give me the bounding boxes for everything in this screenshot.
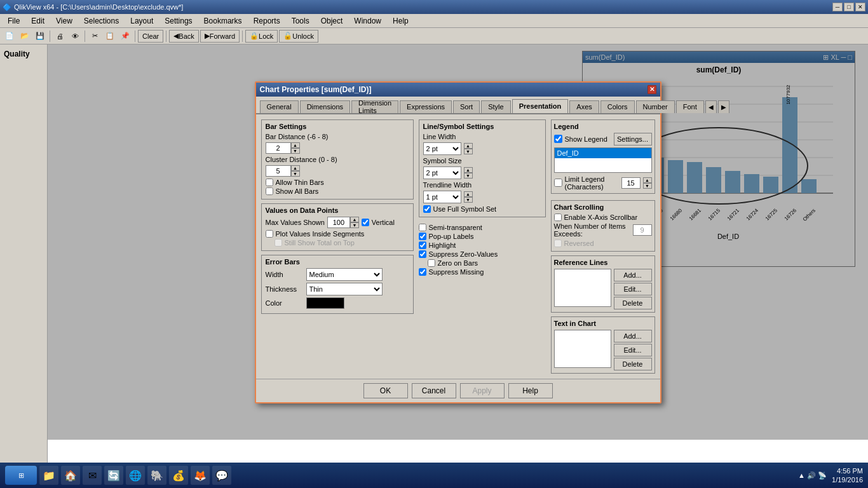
allow-thin-bars-checkbox[interactable] bbox=[266, 179, 273, 186]
zero-on-bars-checkbox[interactable] bbox=[428, 259, 435, 267]
when-number-input[interactable] bbox=[633, 224, 652, 236]
open-button[interactable]: 📂 bbox=[18, 29, 32, 43]
taskbar-icon-app1[interactable]: 💰 bbox=[169, 466, 188, 485]
tab-style[interactable]: Style bbox=[481, 100, 510, 113]
taskbar-icon-chat[interactable]: 💬 bbox=[212, 466, 231, 485]
legend-settings-button[interactable]: Settings... bbox=[614, 133, 652, 146]
width-dropdown[interactable]: Thin Medium Thick bbox=[306, 268, 383, 281]
symbol-size-dropdown[interactable]: 2 pt 1 pt 3 pt bbox=[423, 166, 461, 179]
menu-selections[interactable]: Selections bbox=[79, 15, 124, 27]
max-values-down[interactable]: ▼ bbox=[350, 222, 359, 228]
menu-view[interactable]: View bbox=[51, 15, 78, 27]
menu-tools[interactable]: Tools bbox=[287, 15, 315, 27]
color-swatch[interactable] bbox=[306, 297, 344, 309]
minimize-button[interactable]: ─ bbox=[832, 3, 843, 11]
help-button[interactable]: Help bbox=[508, 383, 553, 398]
show-legend-checkbox[interactable] bbox=[554, 135, 562, 143]
max-values-up[interactable]: ▲ bbox=[350, 217, 359, 222]
trendline-up[interactable]: ▲ bbox=[464, 191, 473, 197]
lock-button[interactable]: 🔒 Lock bbox=[245, 30, 278, 43]
menu-edit[interactable]: Edit bbox=[26, 15, 50, 27]
menu-bookmarks[interactable]: Bookmarks bbox=[199, 15, 247, 27]
still-show-total-checkbox[interactable] bbox=[275, 239, 282, 247]
ref-lines-listbox[interactable] bbox=[554, 269, 611, 307]
taskbar-icon-refresh[interactable]: 🔄 bbox=[104, 466, 123, 485]
line-width-up[interactable]: ▲ bbox=[464, 143, 473, 149]
tab-font[interactable]: Font bbox=[676, 100, 704, 113]
text-in-chart-listbox[interactable] bbox=[554, 330, 611, 368]
show-all-bars-checkbox[interactable] bbox=[266, 187, 273, 195]
tab-sort[interactable]: Sort bbox=[453, 100, 480, 113]
copy-button[interactable]: 📋 bbox=[103, 29, 117, 43]
ref-lines-edit-button[interactable]: Edit... bbox=[614, 283, 652, 295]
popup-labels-checkbox[interactable] bbox=[419, 233, 426, 240]
tab-axes[interactable]: Axes bbox=[569, 100, 599, 113]
bar-distance-up[interactable]: ▲ bbox=[291, 142, 300, 148]
text-in-chart-add-button[interactable]: Add... bbox=[614, 330, 652, 342]
taskbar-icon-chrome[interactable]: 🌐 bbox=[126, 466, 145, 485]
plot-values-inside-checkbox[interactable] bbox=[266, 230, 273, 238]
tab-presentation[interactable]: Presentation bbox=[512, 99, 569, 113]
taskbar-icon-email[interactable]: ✉ bbox=[83, 466, 102, 485]
limit-legend-input[interactable] bbox=[621, 177, 641, 189]
taskbar-icon-firefox[interactable]: 🦊 bbox=[191, 466, 210, 485]
legend-item-def-id[interactable]: Def_ID bbox=[555, 148, 651, 158]
forward-button[interactable]: ▶ Forward bbox=[200, 30, 240, 43]
start-button[interactable]: ⊞ bbox=[5, 466, 37, 485]
apply-button[interactable]: Apply bbox=[460, 383, 505, 398]
taskbar-icon-db[interactable]: 🐘 bbox=[147, 466, 166, 485]
print-button[interactable]: 🖨 bbox=[53, 29, 67, 43]
ok-button[interactable]: OK bbox=[363, 383, 408, 398]
symbol-size-down[interactable]: ▼ bbox=[464, 173, 473, 179]
limit-legend-up[interactable]: ▲ bbox=[643, 177, 652, 183]
menu-window[interactable]: Window bbox=[349, 15, 386, 27]
vertical-checkbox[interactable] bbox=[362, 219, 369, 226]
reversed-checkbox[interactable] bbox=[554, 240, 562, 247]
line-width-down[interactable]: ▼ bbox=[464, 149, 473, 154]
tab-expressions[interactable]: Expressions bbox=[400, 100, 452, 113]
menu-file[interactable]: File bbox=[3, 15, 25, 27]
suppress-zero-checkbox[interactable] bbox=[419, 250, 426, 258]
taskbar-icon-folder[interactable]: 📁 bbox=[39, 466, 58, 485]
enable-x-axis-checkbox[interactable] bbox=[554, 214, 562, 221]
cluster-distance-input[interactable] bbox=[266, 165, 291, 177]
ref-lines-add-button[interactable]: Add... bbox=[614, 269, 652, 281]
menu-help[interactable]: Help bbox=[388, 15, 414, 27]
cut-button[interactable]: ✂ bbox=[88, 29, 102, 43]
back-button[interactable]: ◀ Back bbox=[169, 30, 198, 43]
maximize-button[interactable]: □ bbox=[844, 3, 854, 11]
use-full-symbol-checkbox[interactable] bbox=[423, 205, 431, 213]
menu-layout[interactable]: Layout bbox=[125, 15, 158, 27]
text-in-chart-edit-button[interactable]: Edit... bbox=[614, 344, 652, 356]
thickness-dropdown[interactable]: Thin Medium Thick bbox=[306, 283, 383, 295]
legend-listbox[interactable]: Def_ID bbox=[554, 147, 652, 173]
save-button[interactable]: 💾 bbox=[33, 29, 47, 43]
dialog-close-button[interactable]: ✕ bbox=[648, 85, 656, 94]
max-values-input[interactable] bbox=[327, 217, 350, 228]
tab-number[interactable]: Number bbox=[636, 100, 675, 113]
text-in-chart-delete-button[interactable]: Delete bbox=[614, 358, 652, 370]
bar-distance-down[interactable]: ▼ bbox=[291, 148, 300, 154]
menu-settings[interactable]: Settings bbox=[159, 15, 197, 27]
menu-object[interactable]: Object bbox=[316, 15, 348, 27]
ref-lines-delete-button[interactable]: Delete bbox=[614, 297, 652, 309]
limit-legend-down[interactable]: ▼ bbox=[643, 183, 652, 189]
cluster-distance-up[interactable]: ▲ bbox=[291, 165, 300, 171]
menu-reports[interactable]: Reports bbox=[248, 15, 285, 27]
tab-dimension-limits[interactable]: Dimension Limits bbox=[351, 100, 398, 113]
close-button[interactable]: ✕ bbox=[855, 3, 865, 11]
clear-button[interactable]: Clear bbox=[138, 30, 163, 43]
bar-distance-input[interactable] bbox=[266, 142, 291, 154]
tab-next-arrow[interactable]: ▶ bbox=[718, 100, 729, 113]
highlight-checkbox[interactable] bbox=[419, 241, 426, 249]
tab-general[interactable]: General bbox=[260, 100, 299, 113]
suppress-missing-checkbox[interactable] bbox=[419, 268, 426, 276]
line-width-dropdown[interactable]: 2 pt 1 pt 3 pt bbox=[423, 142, 461, 155]
trendline-down[interactable]: ▼ bbox=[464, 197, 473, 203]
cancel-button[interactable]: Cancel bbox=[412, 383, 456, 398]
tab-prev-arrow[interactable]: ◀ bbox=[705, 100, 717, 113]
cluster-distance-down[interactable]: ▼ bbox=[291, 171, 300, 177]
semi-transparent-checkbox[interactable] bbox=[419, 224, 426, 231]
trendline-width-dropdown[interactable]: 1 pt 2 pt 3 pt bbox=[423, 191, 461, 203]
new-button[interactable]: 📄 bbox=[3, 29, 17, 43]
